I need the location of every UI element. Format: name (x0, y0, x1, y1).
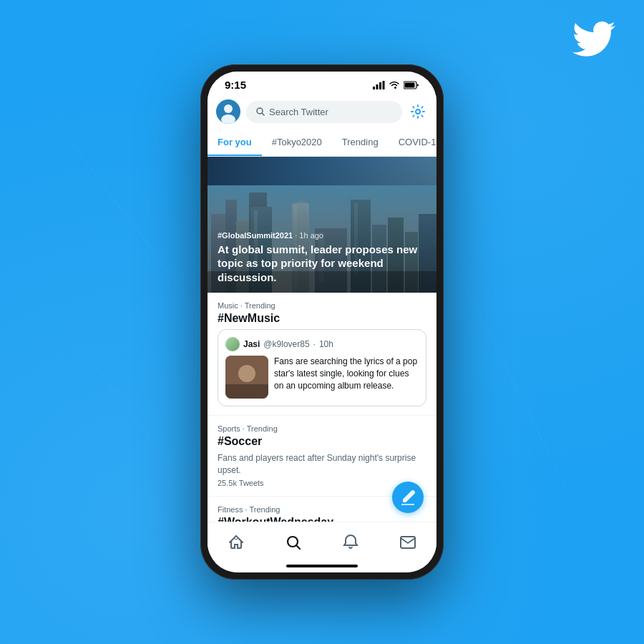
svg-rect-1 (376, 84, 379, 89)
tweet-username: Jasi (243, 339, 260, 349)
svg-point-7 (224, 104, 233, 113)
svg-rect-2 (379, 82, 381, 89)
hero-time-ago: 1h ago (299, 231, 323, 240)
trend-meta-2: Sports · Trending (218, 424, 426, 433)
signal-icon (373, 81, 385, 89)
notifications-icon (342, 534, 359, 551)
tweet-preview-card[interactable]: Jasi @k9lover85 · 10h (218, 329, 426, 406)
status-icons (373, 81, 419, 89)
trend-item-newmusic[interactable]: Music · Trending #NewMusic Jasi @k9lover… (208, 293, 436, 416)
status-bar: 9:15 (208, 72, 436, 94)
tweet-time: · (313, 339, 316, 349)
hero-story[interactable]: #GlobalSummit2021 · 1h ago At global sum… (208, 157, 436, 293)
phone-frame: 9:15 (200, 64, 444, 580)
wifi-icon (389, 81, 400, 89)
svg-line-37 (297, 546, 301, 550)
home-indicator (208, 560, 436, 572)
bottom-navigation (208, 522, 436, 560)
search-nav-button[interactable] (280, 530, 306, 555)
user-avatar[interactable] (216, 99, 240, 124)
svg-rect-5 (405, 82, 415, 87)
hero-meta: #GlobalSummit2021 · 1h ago (218, 231, 426, 240)
svg-point-11 (416, 109, 420, 114)
svg-rect-3 (383, 81, 385, 89)
svg-line-10 (262, 113, 264, 115)
svg-point-32 (238, 365, 255, 382)
tweet-handle: @k9lover85 (263, 339, 309, 349)
compose-icon (400, 489, 416, 505)
settings-button[interactable] (408, 102, 428, 122)
twitter-logo-background (572, 21, 615, 57)
tabs-bar: For you #Tokyo2020 Trending COVID-19 (208, 130, 436, 157)
trend-hashtag-1: #NewMusic (218, 312, 426, 325)
trend-hashtag-2: #Soccer (218, 435, 426, 448)
trend-hashtag-3: #WorkoutWednesday (218, 516, 426, 522)
compose-fab-button[interactable] (392, 482, 424, 513)
battery-icon (404, 81, 419, 89)
main-content: #GlobalSummit2021 · 1h ago At global sum… (208, 157, 436, 522)
hero-text-block: #GlobalSummit2021 · 1h ago At global sum… (218, 231, 426, 285)
search-area: Search Twitter (208, 94, 436, 130)
tab-covid19[interactable]: COVID-19 (389, 130, 436, 156)
tab-trending[interactable]: Trending (332, 130, 389, 156)
tweet-thumbnail (225, 356, 268, 399)
svg-rect-0 (373, 87, 375, 89)
hero-hashtag: #GlobalSummit2021 (218, 231, 293, 240)
svg-point-35 (235, 537, 238, 540)
tweet-content-row: Fans are searching the lyrics of a pop s… (225, 356, 419, 399)
search-nav-icon (285, 534, 302, 551)
trend-count-2: 25.5k Tweets (218, 479, 426, 487)
hero-headline: At global summit, leader proposes new to… (218, 243, 426, 285)
tab-tokyo2020[interactable]: #Tokyo2020 (262, 130, 332, 156)
tweet-user-row: Jasi @k9lover85 · 10h (225, 337, 419, 351)
search-magnifier-icon (256, 107, 265, 116)
tweet-text: Fans are searching the lyrics of a pop s… (274, 356, 419, 399)
search-input[interactable]: Search Twitter (246, 101, 402, 123)
messages-icon (399, 534, 416, 551)
tweet-avatar (225, 337, 240, 351)
notifications-nav-button[interactable] (338, 530, 364, 555)
trend-meta-1: Music · Trending (218, 301, 426, 310)
status-time: 9:15 (225, 79, 246, 91)
tab-for-you[interactable]: For you (208, 130, 262, 156)
phone-screen: 9:15 (208, 72, 436, 572)
home-bar (286, 565, 358, 567)
messages-nav-button[interactable] (395, 530, 421, 555)
tweet-time-ago: 10h (319, 339, 333, 349)
trend-desc-2: Fans and players react after Sunday nigh… (218, 452, 426, 477)
home-icon (228, 534, 245, 551)
search-placeholder-text: Search Twitter (269, 107, 328, 117)
svg-rect-33 (225, 384, 268, 399)
home-nav-button[interactable] (223, 530, 249, 555)
